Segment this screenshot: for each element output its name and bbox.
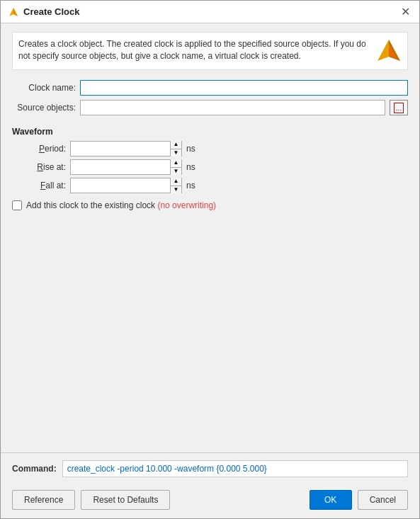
rise-input[interactable]: 0 (71, 160, 170, 174)
waveform-fields: Period: 10 ▲ ▼ ns Rise at: 0 (23, 141, 408, 193)
rise-unit: ns (186, 162, 200, 172)
reset-button[interactable]: Reset to Defaults (81, 490, 170, 510)
add-clock-checkbox[interactable] (12, 200, 22, 210)
title-bar-left: Create Clock (8, 6, 79, 18)
command-label: Command: (12, 464, 57, 474)
fall-spinner: 5 ▲ ▼ (70, 178, 182, 193)
source-objects-input[interactable] (80, 100, 385, 115)
close-button[interactable]: ✕ (398, 5, 412, 19)
source-objects-row: Source objects: ... (12, 100, 408, 115)
checkbox-label: Add this clock to the existing clock (no… (26, 200, 216, 210)
period-unit: ns (186, 144, 200, 154)
button-bar: Reference Reset to Defaults OK Cancel (1, 484, 419, 518)
description-text: Creates a clock object. The created cloc… (18, 38, 370, 62)
fall-unit: ns (186, 181, 200, 190)
period-down-button[interactable]: ▼ (171, 149, 181, 157)
vendor-logo (376, 38, 402, 64)
period-row: Period: 10 ▲ ▼ ns (23, 141, 408, 156)
period-spinner: 10 ▲ ▼ (70, 141, 182, 156)
period-up-button[interactable]: ▲ (171, 141, 181, 149)
reference-button[interactable]: Reference (12, 490, 75, 510)
dialog-title: Create Clock (23, 6, 79, 17)
checkbox-row: Add this clock to the existing clock (no… (12, 200, 408, 210)
fall-up-button[interactable]: ▲ (171, 178, 181, 186)
form-section: Clock name: Source objects: ... (12, 80, 408, 115)
fall-label: Fall at: (23, 181, 66, 190)
waveform-header: Waveform (12, 127, 408, 137)
rise-spinner-btns: ▲ ▼ (170, 159, 181, 175)
rise-up-button[interactable]: ▲ (171, 159, 181, 168)
fall-spinner-btns: ▲ ▼ (170, 178, 181, 193)
dialog-body: Creates a clock object. The created cloc… (1, 23, 419, 452)
command-section: Command: create_clock -period 10.000 -wa… (1, 452, 419, 484)
ok-button[interactable]: OK (310, 490, 352, 510)
svg-marker-1 (13, 8, 18, 16)
fall-row: Fall at: 5 ▲ ▼ ns (23, 178, 408, 193)
cancel-button[interactable]: Cancel (358, 490, 408, 510)
title-bar: Create Clock ✕ (1, 1, 419, 23)
description-box: Creates a clock object. The created cloc… (12, 32, 408, 70)
period-spinner-btns: ▲ ▼ (170, 141, 181, 156)
rise-row: Rise at: 0 ▲ ▼ ns (23, 159, 408, 175)
checkbox-label-highlight: (no overwriting) (157, 200, 216, 210)
create-clock-dialog: Create Clock ✕ Creates a clock object. T… (0, 0, 420, 519)
spacer (12, 210, 408, 452)
source-objects-label: Source objects: (12, 103, 76, 113)
clock-name-row: Clock name: (12, 80, 408, 96)
rise-down-button[interactable]: ▼ (171, 168, 181, 176)
browse-icon: ... (394, 103, 404, 113)
checkbox-label-prefix: Add this clock to the existing clock (26, 200, 157, 210)
browse-button[interactable]: ... (390, 100, 408, 115)
clock-name-input[interactable] (80, 80, 408, 96)
period-input[interactable]: 10 (71, 142, 170, 156)
command-value: create_clock -period 10.000 -waveform {0… (62, 460, 408, 477)
clock-name-label: Clock name: (12, 83, 76, 93)
rise-spinner: 0 ▲ ▼ (70, 159, 182, 175)
period-label: Period: (23, 144, 66, 154)
fall-down-button[interactable]: ▼ (171, 186, 181, 194)
waveform-section: Waveform Period: 10 ▲ ▼ ns R (12, 124, 408, 193)
app-icon (8, 6, 19, 18)
rise-label: Rise at: (23, 162, 66, 172)
fall-input[interactable]: 5 (71, 178, 170, 193)
